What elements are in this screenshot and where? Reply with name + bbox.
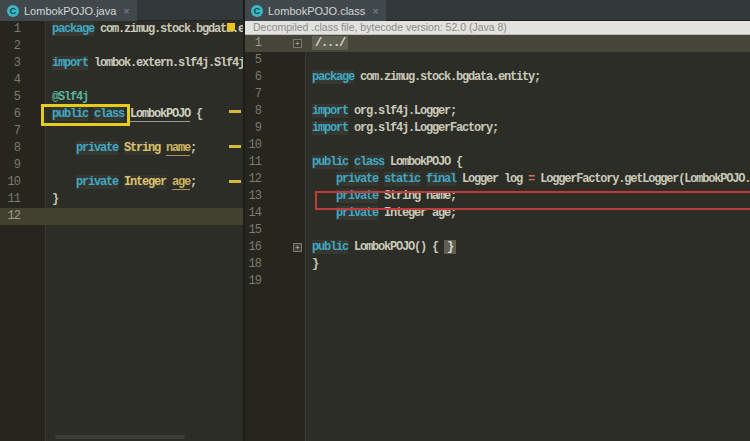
editor-pane-java: 1package com.zimug.stock.bgdata.entity;2… xyxy=(0,21,243,441)
code-line[interactable]: import lombok.extern.slf4j.Slf4j; xyxy=(46,55,243,72)
token-pl: LombokPOJO { xyxy=(384,155,462,169)
gutter-fold-column xyxy=(20,21,46,38)
code-line[interactable] xyxy=(306,52,312,69)
fold-expand-icon[interactable]: + xyxy=(293,243,302,252)
code-row: 15 xyxy=(245,222,750,239)
token-pl: Logger log xyxy=(456,172,528,186)
code-row: 16+public LombokPOJO() { } xyxy=(245,239,750,256)
ide-window: C LombokPOJO.java × C LombokPOJO.class ×… xyxy=(0,0,750,441)
code-line[interactable] xyxy=(306,273,312,290)
code-line[interactable]: public class LombokPOJO { xyxy=(306,154,462,171)
gutter-fold-column xyxy=(261,137,306,154)
line-number[interactable]: 5 xyxy=(245,52,261,69)
line-number[interactable]: 19 xyxy=(245,273,261,290)
code-line[interactable]: import org.slf4j.LoggerFactory; xyxy=(306,120,498,137)
code-line[interactable]: package com.zimug.stock.bgdata.entity; xyxy=(46,21,243,38)
warning-stripe-mark[interactable] xyxy=(229,145,241,148)
token-kw: import xyxy=(312,121,348,135)
warning-stripe-mark[interactable] xyxy=(229,180,241,183)
line-number[interactable]: 15 xyxy=(245,222,261,239)
gutter-fold-column xyxy=(261,52,306,69)
tab-lombokpojo-java[interactable]: C LombokPOJO.java × xyxy=(0,0,137,21)
code-row: 19 xyxy=(245,273,750,290)
line-number[interactable]: 4 xyxy=(0,72,20,89)
token-kw: public xyxy=(312,240,348,254)
code-line[interactable]: /.../ xyxy=(306,35,348,52)
line-number[interactable]: 14 xyxy=(245,205,261,222)
line-number[interactable]: 1 xyxy=(0,21,20,38)
token-pl: lombok.extern.slf4j.Slf4j; xyxy=(88,56,243,70)
code-row: 6package com.zimug.stock.bgdata.entity; xyxy=(245,69,750,86)
token-pl: } xyxy=(52,192,58,206)
horizontal-scrollbar[interactable] xyxy=(55,435,185,439)
code-line[interactable]: private static final Logger log = Logger… xyxy=(306,171,750,188)
tab-lombokpojo-class[interactable]: C LombokPOJO.class × xyxy=(244,0,386,21)
line-number[interactable]: 9 xyxy=(245,120,261,137)
slf4j-highlight-box xyxy=(41,104,130,126)
line-number[interactable]: 3 xyxy=(0,55,20,72)
line-number[interactable]: 6 xyxy=(245,69,261,86)
line-number[interactable]: 12 xyxy=(0,208,20,225)
gutter-fold-column xyxy=(261,171,306,188)
line-number[interactable]: 18 xyxy=(245,256,261,273)
gutter-fold-column xyxy=(261,103,306,120)
code-line[interactable] xyxy=(46,157,52,174)
code-row: 8import org.slf4j.Logger; xyxy=(245,103,750,120)
line-number[interactable]: 1 xyxy=(245,35,261,52)
code-line[interactable]: import org.slf4j.Logger; xyxy=(306,103,456,120)
warning-stripe-mark[interactable] xyxy=(229,110,241,113)
line-number[interactable]: 12 xyxy=(245,171,261,188)
token-fold: } xyxy=(444,240,456,254)
token-kw: private xyxy=(76,175,118,189)
line-number[interactable]: 11 xyxy=(0,191,20,208)
line-number[interactable]: 2 xyxy=(0,38,20,55)
code-line[interactable] xyxy=(306,86,312,103)
code-line[interactable]: package com.zimug.stock.bgdata.entity; xyxy=(306,69,540,86)
line-number[interactable]: 10 xyxy=(245,137,261,154)
gutter-fold-column xyxy=(261,86,306,103)
tab-title: LombokPOJO.class xyxy=(268,5,365,17)
gutter-fold-column xyxy=(20,38,46,55)
code-line[interactable] xyxy=(46,38,52,55)
gutter-fold-column xyxy=(20,55,46,72)
line-number[interactable]: 13 xyxy=(245,188,261,205)
token-kw: private xyxy=(76,141,118,155)
close-icon[interactable]: × xyxy=(123,5,129,17)
line-number[interactable]: 8 xyxy=(0,140,20,157)
code-row: 11} xyxy=(0,191,243,208)
code-line[interactable]: public LombokPOJO() { } xyxy=(306,239,456,256)
line-number[interactable]: 6 xyxy=(0,106,20,123)
line-number[interactable]: 5 xyxy=(0,89,20,106)
close-icon[interactable]: × xyxy=(372,5,378,17)
code-row: 8 private String name; xyxy=(0,140,243,157)
token-pl: com.zimug.stock.bgdata.entity; xyxy=(354,70,540,84)
token-type: Integer xyxy=(124,175,166,189)
code-line[interactable] xyxy=(46,208,52,225)
gutter-fold-column xyxy=(20,191,46,208)
code-line[interactable] xyxy=(306,137,312,154)
code-line[interactable]: private Integer age; xyxy=(46,174,196,191)
line-number[interactable]: 7 xyxy=(0,123,20,140)
code-row: 1+/.../ xyxy=(245,35,750,52)
code-line[interactable]: } xyxy=(46,191,58,208)
code-line[interactable]: private String name; xyxy=(46,140,196,157)
line-number[interactable]: 10 xyxy=(0,174,20,191)
code-row: 18} xyxy=(245,256,750,273)
line-number[interactable]: 11 xyxy=(245,154,261,171)
token-pl: ; xyxy=(190,141,196,155)
code-line[interactable] xyxy=(46,72,52,89)
fold-expand-icon[interactable]: + xyxy=(293,39,302,48)
gutter-fold-column xyxy=(261,188,306,205)
line-number[interactable]: 7 xyxy=(245,86,261,103)
gutter-fold-column xyxy=(20,157,46,174)
warning-stripe-indicator[interactable] xyxy=(227,23,235,31)
line-number[interactable]: 8 xyxy=(245,103,261,120)
gutter-fold-column: + xyxy=(261,35,306,52)
token-pl: } xyxy=(312,257,318,271)
code-line[interactable] xyxy=(306,222,312,239)
code-row: 12 private static final Logger log = Log… xyxy=(245,171,750,188)
code-row: 11public class LombokPOJO { xyxy=(245,154,750,171)
line-number[interactable]: 9 xyxy=(0,157,20,174)
line-number[interactable]: 16 xyxy=(245,239,261,256)
code-line[interactable]: } xyxy=(306,256,318,273)
